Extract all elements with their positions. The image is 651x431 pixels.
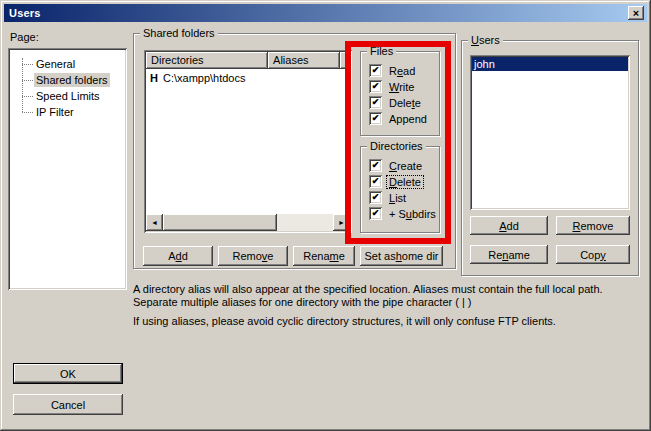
users-listbox: john bbox=[470, 55, 630, 210]
tree-line bbox=[22, 112, 33, 113]
checkbox-icon: ✔ bbox=[369, 159, 382, 172]
tree-item-speed-limits[interactable]: Speed Limits bbox=[34, 88, 102, 104]
checkbox-write[interactable]: ✔ Write bbox=[369, 80, 416, 93]
column-header-aliases[interactable]: Aliases bbox=[268, 52, 340, 69]
rename-user-button[interactable]: Rename bbox=[470, 245, 548, 264]
set-as-home-dir-button[interactable]: Set as home dir bbox=[360, 246, 443, 266]
checkbox-icon: ✔ bbox=[369, 175, 382, 188]
directory-path: C:\xampp\htdocs bbox=[163, 72, 246, 84]
add-directory-button[interactable]: Add bbox=[143, 246, 213, 266]
checkbox-icon: ✔ bbox=[369, 112, 382, 125]
copy-user-button[interactable]: Copy bbox=[556, 245, 630, 264]
tree-line bbox=[22, 96, 33, 97]
arrow-left-icon: ◄ bbox=[151, 219, 158, 226]
check-icon: ✔ bbox=[372, 98, 380, 107]
checkbox-delete-directories[interactable]: ✔ Delete bbox=[369, 175, 423, 188]
cancel-button[interactable]: Cancel bbox=[13, 394, 123, 415]
page-label: Page: bbox=[10, 31, 39, 43]
window-title: Users bbox=[9, 7, 41, 19]
ok-button[interactable]: OK bbox=[13, 363, 123, 384]
check-icon: ✔ bbox=[372, 114, 380, 123]
checkbox-icon: ✔ bbox=[369, 64, 382, 77]
checkbox-append[interactable]: ✔ Append bbox=[369, 112, 429, 125]
checkbox-read[interactable]: ✔ Read bbox=[369, 64, 417, 77]
tree-line bbox=[22, 80, 33, 81]
scroll-left-button[interactable]: ◄ bbox=[146, 214, 163, 231]
horizontal-scrollbar[interactable]: ◄ ► bbox=[146, 214, 350, 231]
users-dialog: Users × Page: General Shared folders Spe… bbox=[0, 0, 651, 431]
checkbox-icon: ✔ bbox=[369, 191, 382, 204]
check-icon: ✔ bbox=[372, 66, 380, 75]
check-icon: ✔ bbox=[372, 193, 380, 202]
rename-directory-button[interactable]: Rename bbox=[293, 246, 355, 266]
page-tree: General Shared folders Speed Limits IP F… bbox=[8, 48, 127, 290]
column-header-filler bbox=[340, 52, 350, 69]
listview-header: Directories Aliases bbox=[146, 52, 350, 69]
scrollbar-track[interactable] bbox=[277, 214, 333, 231]
directories-group-label: Directories bbox=[367, 140, 426, 152]
column-header-directories[interactable]: Directories bbox=[146, 52, 268, 69]
checkbox-icon: ✔ bbox=[369, 207, 382, 220]
add-user-button[interactable]: Add bbox=[470, 216, 548, 235]
directories-permissions-group: Directories ✔ Create ✔ Delete ✔ List ✔ +… bbox=[360, 146, 440, 233]
checkbox-icon: ✔ bbox=[369, 96, 382, 109]
checkbox-icon: ✔ bbox=[369, 80, 382, 93]
checkbox-list[interactable]: ✔ List bbox=[369, 191, 408, 204]
shared-folders-group-label: Shared folders bbox=[140, 27, 218, 39]
remove-user-button[interactable]: Remove bbox=[556, 216, 630, 235]
checkbox-subdirs[interactable]: ✔ + Subdirs bbox=[369, 207, 438, 220]
directory-row[interactable]: H C:\xampp\htdocs bbox=[146, 70, 350, 85]
checkbox-create[interactable]: ✔ Create bbox=[369, 159, 424, 172]
check-icon: ✔ bbox=[372, 177, 380, 186]
files-group-label: Files bbox=[367, 45, 396, 57]
scroll-right-button[interactable]: ► bbox=[333, 214, 350, 231]
users-group-label: Users bbox=[468, 34, 503, 46]
tree-item-ip-filter[interactable]: IP Filter bbox=[34, 104, 76, 120]
user-list-item[interactable]: john bbox=[472, 57, 628, 71]
tree-line bbox=[22, 64, 33, 65]
close-icon: × bbox=[633, 8, 639, 19]
directories-listview: Directories Aliases H C:\xampp\htdocs ◄ … bbox=[144, 50, 352, 233]
tree-item-shared-folders[interactable]: Shared folders bbox=[34, 72, 110, 88]
checkbox-delete-files[interactable]: ✔ Delete bbox=[369, 96, 423, 109]
files-permissions-group: Files ✔ Read ✔ Write ✔ Delete ✔ Append bbox=[360, 51, 440, 136]
home-directory-marker: H bbox=[146, 72, 163, 84]
alias-help-text: A directory alias will also appear at th… bbox=[133, 283, 630, 309]
titlebar[interactable]: Users × bbox=[4, 4, 647, 22]
check-icon: ✔ bbox=[372, 82, 380, 91]
check-icon: ✔ bbox=[372, 209, 380, 218]
scrollbar-thumb[interactable] bbox=[163, 214, 277, 231]
cyclic-help-text: If using aliases, please avoid cyclic di… bbox=[133, 315, 630, 328]
close-button[interactable]: × bbox=[628, 6, 644, 20]
tree-item-general[interactable]: General bbox=[34, 56, 77, 72]
check-icon: ✔ bbox=[372, 161, 380, 170]
remove-directory-button[interactable]: Remove bbox=[218, 246, 288, 266]
tree-line bbox=[22, 58, 23, 112]
arrow-right-icon: ► bbox=[338, 219, 345, 226]
